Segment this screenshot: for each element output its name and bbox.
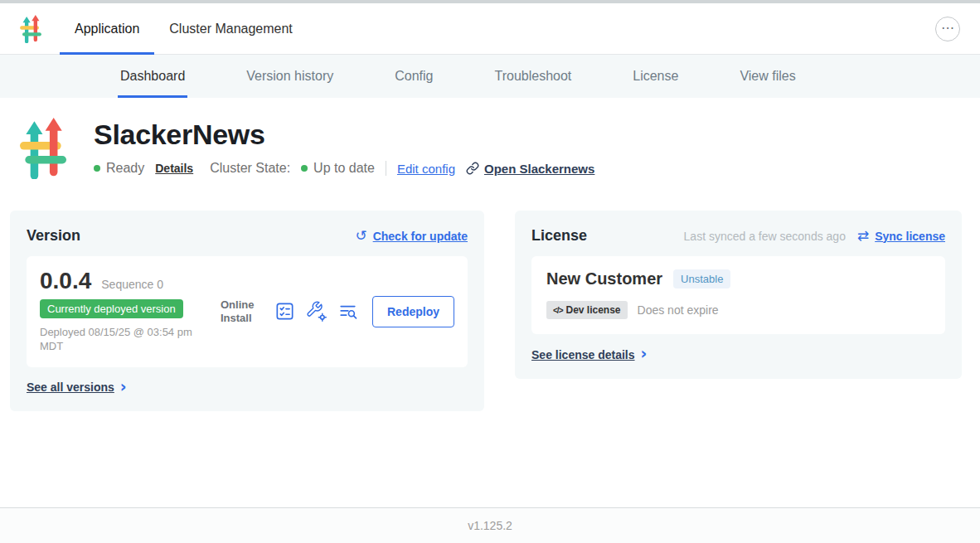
channel-badge: Unstable [673,269,730,288]
tab-application[interactable]: Application [60,3,154,54]
app-logo-icon[interactable] [18,3,43,54]
console-version-text: v1.125.2 [468,519,512,532]
sync-license-link[interactable]: ⇄ Sync license [857,229,945,243]
app-status-row: Ready Details Cluster State: Up to date … [94,161,594,176]
page-title: SlackerNews [94,119,594,150]
license-type-badge: </> Dev license [546,301,628,319]
check-for-update-label: Check for update [373,230,468,243]
open-app-link-label: Open Slackernews [484,162,594,176]
code-icon: </> [553,306,562,315]
cluster-state-value: Up to date [313,161,375,176]
slackernews-app-icon [17,118,70,179]
see-all-versions-link[interactable]: See all versions › [27,381,127,395]
sequence-label: Sequence 0 [101,278,163,291]
configure-wrench-icon[interactable] [306,301,327,322]
dashboard-cards: Version ↺ Check for update 0.0.4 Sequenc… [10,211,962,411]
sync-icon: ⇄ [857,229,869,243]
license-card: License Last synced a few seconds ago ⇄ … [515,211,962,379]
ready-status-dot-icon [94,165,100,172]
license-expiry-text: Does not expire [638,303,719,317]
deployed-status-badge: Currently deployed version [40,299,183,318]
app-status-text: Ready [106,161,144,176]
see-license-details-link[interactable]: See license details › [531,347,647,361]
subnav-item-license[interactable]: License [633,55,678,98]
app-header: SlackerNews Ready Details Cluster State:… [10,118,962,179]
version-action-icons [274,301,358,322]
main-content: SlackerNews Ready Details Cluster State:… [0,98,980,507]
status-divider [386,161,386,176]
edit-config-link[interactable]: Edit config [397,162,455,176]
version-card: Version ↺ Check for update 0.0.4 Sequenc… [10,211,484,411]
subnav-item-troubleshoot[interactable]: Troubleshoot [494,55,571,98]
current-version-panel: 0.0.4 Sequence 0 Currently deployed vers… [27,256,468,367]
cluster-state-dot-icon [301,165,308,172]
top-navbar: Application Cluster Management ⋯ [0,3,980,55]
refresh-icon: ↺ [355,229,366,243]
app-subnav: Dashboard Version history Config Trouble… [0,55,980,98]
customer-name: New Customer [546,269,662,288]
ellipsis-icon: ⋯ [941,22,954,35]
tab-cluster-management[interactable]: Cluster Management [154,3,308,54]
sync-license-label: Sync license [875,230,945,243]
link-icon [466,162,479,175]
install-type-label: Online Install [221,298,260,326]
license-type-label: Dev license [565,304,620,316]
license-card-title: License [531,227,587,245]
version-card-title: Version [27,227,80,245]
chevron-right-icon: › [120,379,127,395]
details-link[interactable]: Details [155,162,193,175]
license-panel: New Customer Unstable </> Dev license Do… [531,256,945,334]
open-app-link[interactable]: Open Slackernews [466,162,594,176]
subnav-item-config[interactable]: Config [395,55,433,98]
subnav-item-dashboard[interactable]: Dashboard [120,55,185,98]
subnav-item-view-files[interactable]: View files [740,55,795,98]
top-tabs: Application Cluster Management [60,3,308,54]
redeploy-button[interactable]: Redeploy [372,296,454,327]
see-license-details-label: See license details [531,348,635,361]
check-for-update-link[interactable]: ↺ Check for update [355,229,468,243]
footer: v1.125.2 [0,507,980,543]
version-number: 0.0.4 [40,269,91,293]
view-logs-icon[interactable] [337,301,358,322]
see-all-versions-label: See all versions [27,381,114,394]
subnav-item-version-history[interactable]: Version history [246,55,333,98]
overflow-menu-button[interactable]: ⋯ [935,17,960,41]
last-synced-text: Last synced a few seconds ago [684,230,846,243]
deployed-timestamp: Deployed 08/15/25 @ 03:54 pm MDT [40,326,201,354]
release-notes-icon[interactable] [274,301,295,322]
cluster-state-label: Cluster State: [210,161,290,176]
chevron-right-icon: › [641,346,648,361]
